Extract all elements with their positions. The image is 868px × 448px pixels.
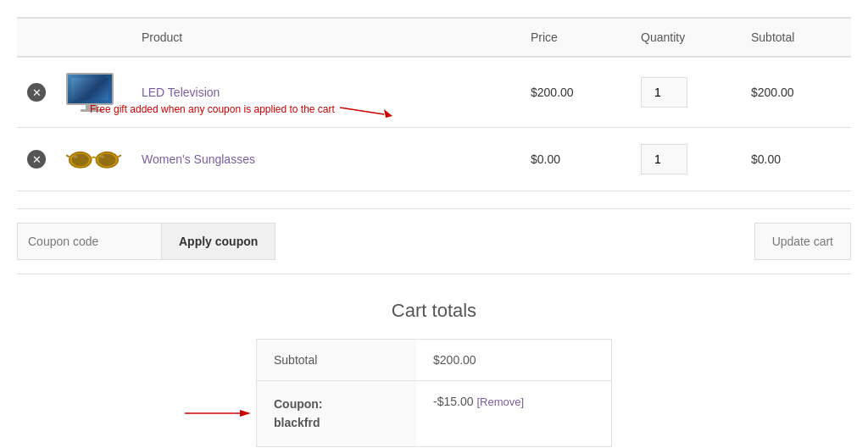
product-image-cell: [56, 57, 131, 128]
totals-subtotal-row: Subtotal $200.00: [257, 340, 612, 381]
subtotal-value: $200.00: [416, 340, 611, 381]
product-subtotal-cell: $200.00: [741, 57, 851, 128]
subtotal-label: Subtotal: [257, 340, 417, 381]
svg-marker-11: [240, 410, 251, 417]
col-header-price: Price: [520, 18, 631, 57]
product-qty-cell-2: [631, 128, 741, 191]
totals-arrow-svg: [185, 407, 253, 420]
coupon-left: Apply coupon: [17, 223, 275, 260]
svg-point-9: [100, 155, 105, 158]
svg-point-8: [73, 155, 78, 158]
tv-image: [66, 73, 117, 112]
col-header-remove: [17, 18, 56, 57]
coupon-label-line1: Coupon:: [274, 397, 323, 411]
tv-screen: [66, 73, 114, 105]
remove-item-button[interactable]: ✕: [27, 83, 46, 102]
coupon-label-line2: blackfrd: [274, 416, 320, 429]
apply-coupon-button[interactable]: Apply coupon: [161, 223, 275, 260]
product-price-cell: $200.00: [520, 57, 631, 128]
remove-cell-2: ✕: [17, 128, 56, 191]
col-header-image: [56, 18, 131, 57]
product-image-cell-2: Free gift added when any coupon is appli…: [56, 128, 131, 191]
product-name-cell: LED Television: [131, 57, 520, 128]
tv-foot: [81, 109, 103, 112]
coupon-row: Apply coupon Update cart: [17, 208, 851, 274]
col-header-quantity: Quantity: [631, 18, 741, 57]
quantity-input-2[interactable]: [641, 144, 687, 174]
update-cart-button[interactable]: Update cart: [754, 223, 851, 260]
coupon-discount-value: -$15.00: [433, 395, 473, 408]
col-header-subtotal: Subtotal: [741, 18, 851, 57]
totals-coupon-row: Coupon: blackfrd -$15.00 [Remove]: [257, 381, 612, 447]
table-row: ✕ LED Television $200.00 $200.00: [17, 57, 851, 128]
quantity-input[interactable]: [641, 77, 687, 108]
product-link[interactable]: LED Television: [142, 86, 220, 99]
totals-coupon-arrow: [185, 407, 253, 420]
coupon-label-text: Coupon: blackfrd: [274, 397, 323, 429]
svg-line-6: [66, 155, 70, 157]
remove-cell: ✕: [17, 57, 56, 128]
remove-item-button-2[interactable]: ✕: [27, 150, 46, 169]
cart-page: Product Price Quantity Subtotal ✕: [0, 0, 868, 448]
product-subtotal-cell-2: $0.00: [741, 128, 851, 191]
cart-totals: Cart totals Subtotal $200.00: [256, 300, 612, 447]
sunglasses-image: [66, 143, 121, 173]
product-qty-cell: [631, 57, 741, 128]
product-link-2[interactable]: Women's Sunglasses: [142, 152, 255, 166]
totals-table: Subtotal $200.00 Coupo: [256, 339, 612, 447]
svg-line-7: [118, 155, 121, 157]
table-row: ✕ Free gift added when any coupon is app…: [17, 128, 851, 191]
coupon-input[interactable]: [17, 223, 161, 260]
cart-totals-title: Cart totals: [256, 300, 612, 322]
cart-table: Product Price Quantity Subtotal ✕: [17, 17, 851, 191]
col-header-product: Product: [131, 18, 520, 57]
remove-coupon-link[interactable]: [Remove]: [476, 395, 524, 408]
coupon-value-cell: -$15.00 [Remove]: [416, 381, 611, 447]
product-name-cell-2: Women's Sunglasses: [131, 128, 520, 191]
product-price-cell-2: $0.00: [520, 128, 631, 191]
coupon-label-cell: Coupon: blackfrd: [257, 381, 417, 447]
